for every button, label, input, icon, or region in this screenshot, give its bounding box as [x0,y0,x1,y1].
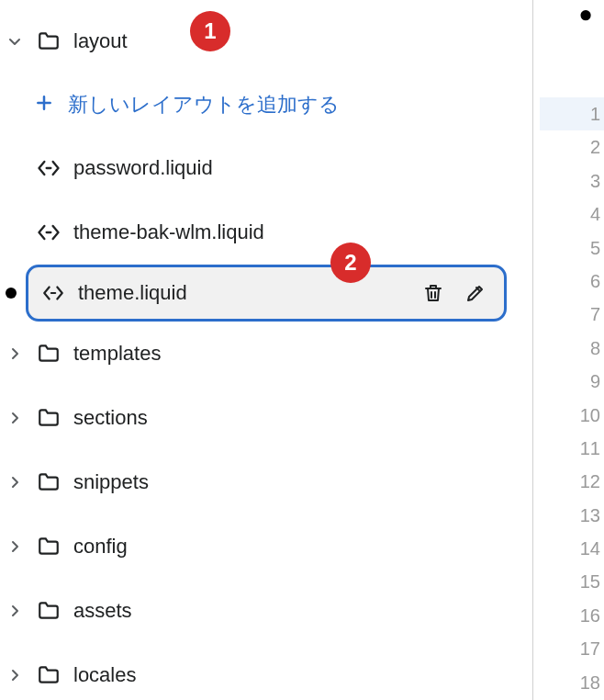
plus-icon [35,94,53,117]
file-tree-sidebar: 1 layout 新しいレイアウトを追加する password.liquid t… [0,0,532,700]
folder-label: sections [73,406,148,430]
folder-label: assets [73,599,132,623]
folder-icon [35,470,62,494]
rename-button[interactable] [460,277,491,309]
line-number: 1 [540,97,604,130]
folder-label: locales [73,663,136,687]
folder-row-sections[interactable]: sections [0,386,532,450]
line-number: 14 [551,532,600,565]
line-number: 6 [551,265,600,298]
folder-row-assets[interactable]: assets [0,579,532,643]
folder-row-templates[interactable]: templates [0,322,532,386]
delete-button[interactable] [418,277,449,309]
modified-indicator-icon: ● [551,0,600,28]
folder-row-snippets[interactable]: snippets [0,450,532,514]
file-label: theme.liquid [78,281,407,305]
chevron-right-icon [6,411,24,425]
modified-indicator-icon [6,288,17,299]
line-number: 11 [551,432,600,465]
file-label: theme-bak-wlm.liquid [73,220,264,244]
line-number: 9 [551,365,600,398]
code-file-icon [35,220,62,245]
editor-line-gutter: ● 1 2 3 4 5 6 7 8 9 10 11 12 13 14 15 16… [551,0,604,699]
chevron-right-icon [6,475,24,490]
file-row-password[interactable]: password.liquid [0,136,532,200]
folder-icon [35,406,62,430]
line-number: 3 [551,164,600,198]
folder-icon [35,29,62,53]
line-number: 8 [551,332,600,365]
add-layout-button[interactable]: 新しいレイアウトを追加する [0,73,532,136]
add-layout-label: 新しいレイアウトを追加する [68,91,340,119]
line-number: 16 [551,599,600,632]
chevron-down-icon [6,34,24,49]
folder-label: layout [73,29,128,53]
file-row-theme-selected[interactable]: 2 theme.liquid [26,265,507,322]
line-number: 18 [551,666,600,699]
chevron-right-icon [6,346,24,361]
file-row-theme-bak[interactable]: theme-bak-wlm.liquid [0,200,532,265]
folder-label: snippets [73,470,149,494]
folder-row-locales[interactable]: locales [0,643,532,700]
line-number: 12 [551,465,600,498]
folder-label: templates [73,342,161,366]
panel-divider [532,0,533,700]
code-file-icon [39,281,67,305]
folder-row-layout[interactable]: layout [0,9,532,73]
folder-icon [35,663,62,687]
folder-icon [35,535,62,559]
line-number: 5 [551,231,600,265]
line-number: 2 [551,130,600,164]
line-number: 15 [551,565,600,598]
line-number: 13 [551,499,600,532]
line-number: 7 [551,298,600,331]
line-number: 4 [551,198,600,231]
line-number: 17 [551,632,600,665]
folder-icon [35,599,62,623]
annotation-badge-2: 2 [330,243,371,283]
code-file-icon [35,155,62,181]
file-label: password.liquid [73,156,213,180]
chevron-right-icon [6,604,24,618]
folder-row-config[interactable]: config [0,514,532,579]
annotation-badge-1: 1 [190,11,230,51]
line-number: 10 [551,399,600,432]
folder-icon [35,342,62,366]
folder-label: config [73,535,128,559]
chevron-right-icon [6,539,24,554]
chevron-right-icon [6,668,24,683]
